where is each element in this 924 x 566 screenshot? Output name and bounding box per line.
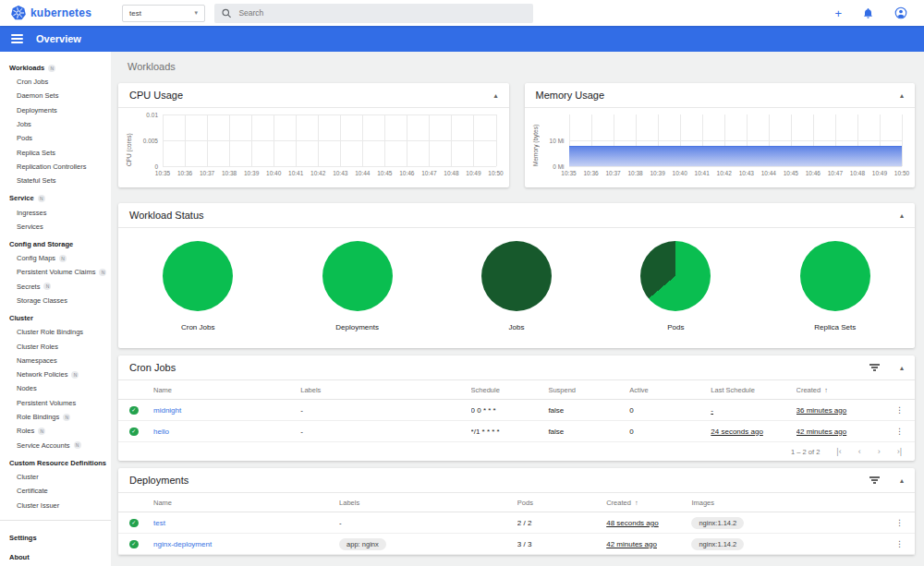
sidebar-item-replication-controllers[interactable]: Replication Controllers [0,160,111,174]
sidebar-item-namespaces[interactable]: Namespaces [0,354,111,367]
sidebar-item-secrets[interactable]: SecretsN [0,280,111,294]
first-page-icon[interactable]: |‹ [836,447,841,456]
label-chip: app: nginx [339,538,386,550]
collapse-caret-icon[interactable]: ▴ [493,91,497,100]
row-menu-button[interactable]: ⋮ [895,405,904,415]
sidebar-item-ingresses[interactable]: Ingresses [0,205,111,219]
sidebar-group-workloads[interactable]: WorkloadsN [0,61,111,75]
x-axis-tick: 10:41 [288,170,303,176]
column-header-suspend[interactable]: Suspend [548,386,629,394]
column-header-labels[interactable]: Labels [300,386,470,394]
deployment-name-link[interactable]: nginx-deployment [153,540,212,548]
notifications-bell-icon[interactable] [862,7,874,19]
collapse-caret-icon[interactable]: ▴ [900,364,904,372]
search-bar[interactable] [214,4,533,23]
sidebar-item-label: Cron Jobs [17,78,48,86]
sidebar-item-deployments[interactable]: Deployments [0,103,111,117]
labels-cell: - [339,519,517,527]
active-cell: 0 [629,428,711,436]
row-menu-button[interactable]: ⋮ [895,427,904,436]
search-input[interactable] [238,8,526,18]
sidebar-group-service[interactable]: ServiceN [0,191,111,205]
collapse-caret-icon[interactable]: ▴ [900,476,904,485]
x-axis-tick: 10:42 [310,170,325,176]
deployment-name-link[interactable]: test [153,519,165,527]
column-header-labels[interactable]: Labels [339,499,517,507]
sidebar-item-stateful-sets[interactable]: Stateful Sets [0,174,111,187]
column-header-pods[interactable]: Pods [517,499,606,507]
sidebar-item-persistent-volume-claims[interactable]: Persistent Volume ClaimsN [0,265,111,279]
next-page-icon[interactable]: › [878,447,881,456]
sidebar-item-certificate[interactable]: Certificate [0,484,111,498]
workload-status-title: Workload Status [129,210,204,221]
column-header-created[interactable]: Created↑ [606,499,691,507]
pie-chart-label: Cron Jobs [181,323,214,331]
y-axis-tick: 0 [154,163,158,170]
pie-chart-label: Pods [667,323,684,331]
column-header-name[interactable]: Name [153,499,339,507]
images-cell: nginx:1.14.2 [691,538,891,550]
collapse-caret-icon[interactable]: ▴ [900,211,904,220]
sidebar-item-nodes[interactable]: Nodes [0,381,111,395]
sidebar-item-settings[interactable]: Settings [0,528,111,548]
account-user-icon[interactable] [894,6,907,19]
sidebar-item-label: Certificate [17,487,48,495]
cronjob-name-link[interactable]: hello [153,428,169,436]
sidebar-item-daemon-sets[interactable]: Daemon Sets [0,89,111,102]
sidebar-item-cluster-issuer[interactable]: Cluster Issuer [0,498,111,512]
x-axis-tick: 10:40 [266,170,281,176]
x-axis-tick: 10:35 [155,170,170,176]
image-chip: nginx:1.14.2 [691,517,744,529]
sidebar-item-cron-jobs[interactable]: Cron Jobs [0,75,111,89]
collapse-caret-icon[interactable]: ▴ [900,91,904,100]
sidebar-item-storage-classes[interactable]: Storage Classes [0,294,111,307]
memory-card-title: Memory Usage [536,90,605,101]
sidebar-item-cluster-roles[interactable]: Cluster Roles [0,339,111,353]
sidebar-item-label: Cluster Issuer [17,501,59,510]
sidebar-item-label: Namespaces [17,356,57,365]
sidebar-item-services[interactable]: Services [0,220,111,234]
sidebar-group-custom-resource-definitions[interactable]: Custom Resource Definitions [0,456,111,470]
filter-icon[interactable] [869,476,880,483]
sidebar-item-roles[interactable]: RolesN [0,424,111,438]
memory-chart-body: Memory (bytes) 10:3510:3610:3710:3810:39… [525,108,916,187]
sidebar-item-config-maps[interactable]: Config MapsN [0,251,111,265]
sidebar-item-cluster[interactable]: Cluster [0,470,111,484]
kubernetes-dashboard: kubernetes test ▾ + [0,0,924,566]
last-page-icon[interactable]: ›| [897,447,902,456]
row-menu-button[interactable]: ⋮ [895,518,904,527]
column-header-created[interactable]: Created↑ [796,386,891,394]
row-menu-button[interactable]: ⋮ [895,539,904,548]
labels-cell: app: nginx [339,538,517,550]
column-header-name[interactable]: Name [153,386,300,394]
sidebar-group-config-and-storage[interactable]: Config and Storage [0,237,111,251]
sidebar-item-service-accounts[interactable]: Service AccountsN [0,439,111,452]
column-header-schedule[interactable]: Schedule [471,386,549,394]
pie-chart-jobs [481,241,552,311]
namespace-select[interactable]: test ▾ [122,5,205,22]
sidebar-item-jobs[interactable]: Jobs [0,117,111,131]
cronjob-name-link[interactable]: midnight [153,406,181,415]
workload-status-header: Workload Status ▴ [118,203,915,228]
kubernetes-logo[interactable]: kubernetes [0,6,118,20]
sidebar-item-label: Secrets [17,283,40,291]
series-area [569,146,903,166]
previous-page-icon[interactable]: ‹ [858,447,861,456]
create-resource-button[interactable]: + [834,7,842,19]
sidebar-item-network-policies[interactable]: Network PoliciesN [0,367,111,381]
sidebar-item-role-bindings[interactable]: Role BindingsN [0,410,111,424]
menu-hamburger-icon[interactable] [11,34,23,43]
sidebar-item-about[interactable]: About [0,548,111,566]
column-header-active[interactable]: Active [629,386,711,394]
sidebar-item-replica-sets[interactable]: Replica Sets [0,145,111,159]
sidebar-item-cluster-role-bindings[interactable]: Cluster Role Bindings [0,325,111,339]
column-header-images[interactable]: Images [691,499,891,507]
x-axis-tick: 10:35 [561,170,576,176]
sidebar-group-cluster[interactable]: Cluster [0,311,111,325]
grid-line [163,166,496,167]
sidebar-item-pods[interactable]: Pods [0,131,111,145]
column-header-last-schedule[interactable]: Last Schedule [711,386,796,394]
sidebar-item-persistent-volumes[interactable]: Persistent Volumes [0,396,111,410]
filter-icon[interactable] [869,364,880,370]
y-axis-tick: 10 Mi [550,138,565,144]
